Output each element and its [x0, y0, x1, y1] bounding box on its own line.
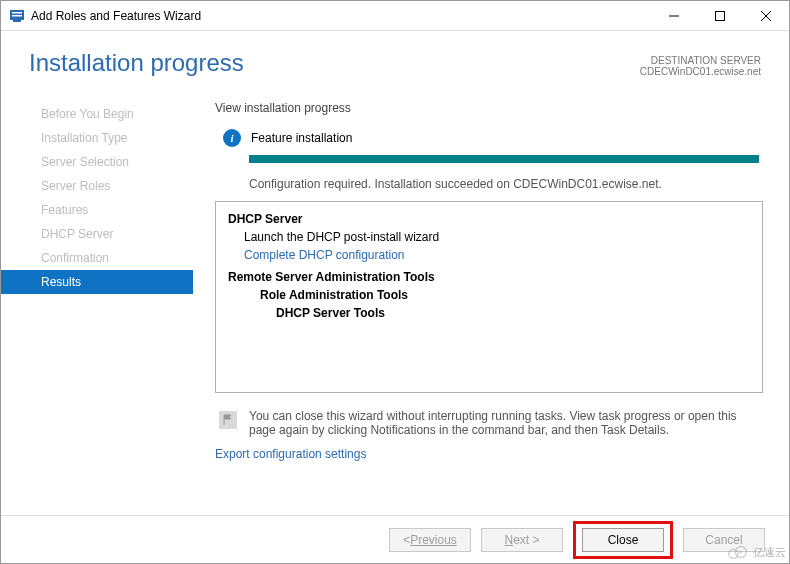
server-manager-icon — [9, 8, 25, 24]
info-icon: i — [223, 129, 241, 147]
view-progress-label: View installation progress — [215, 101, 763, 115]
svg-rect-2 — [12, 15, 22, 17]
next-button: Next > — [481, 528, 563, 552]
dest-server-name: CDECWinDC01.ecwise.net — [640, 66, 761, 77]
header: Installation progress DESTINATION SERVER… — [1, 31, 789, 95]
sidebar-item-confirmation: Confirmation — [1, 246, 193, 270]
page-title: Installation progress — [29, 49, 244, 77]
destination-server: DESTINATION SERVER CDECWinDC01.ecwise.ne… — [640, 55, 761, 77]
complete-dhcp-config-link[interactable]: Complete DHCP configuration — [228, 246, 750, 264]
export-config-link[interactable]: Export configuration settings — [215, 447, 763, 461]
dest-server-label: DESTINATION SERVER — [640, 55, 761, 66]
config-required-message: Configuration required. Installation suc… — [249, 177, 763, 191]
sidebar-item-before-you-begin: Before You Begin — [1, 102, 193, 126]
svg-rect-5 — [716, 11, 725, 20]
maximize-button[interactable] — [697, 1, 743, 31]
main: Before You Begin Installation Type Serve… — [1, 95, 789, 515]
sidebar-item-server-selection: Server Selection — [1, 150, 193, 174]
sidebar-item-installation-type: Installation Type — [1, 126, 193, 150]
close-note: You can close this wizard without interr… — [219, 409, 759, 437]
previous-button: < Previous — [389, 528, 471, 552]
cancel-button: Cancel — [683, 528, 765, 552]
sidebar-item-results[interactable]: Results — [1, 270, 193, 294]
sidebar-item-server-roles: Server Roles — [1, 174, 193, 198]
svg-rect-3 — [13, 20, 21, 22]
minimize-button[interactable] — [651, 1, 697, 31]
result-tools-sub: Role Administration Tools — [228, 286, 750, 304]
sidebar-item-dhcp-server: DHCP Server — [1, 222, 193, 246]
close-button[interactable]: Close — [582, 528, 664, 552]
progress-bar — [249, 155, 759, 163]
flag-icon — [219, 411, 237, 429]
result-tools-sub2: DHCP Server Tools — [228, 304, 750, 322]
svg-rect-1 — [12, 12, 22, 14]
sidebar-item-features: Features — [1, 198, 193, 222]
results-box: DHCP Server Launch the DHCP post-install… — [215, 201, 763, 393]
close-note-text: You can close this wizard without interr… — [249, 409, 759, 437]
window-title: Add Roles and Features Wizard — [31, 9, 201, 23]
result-tools-title: Remote Server Administration Tools — [228, 268, 750, 286]
result-role-title: DHCP Server — [228, 210, 750, 228]
close-window-button[interactable] — [743, 1, 789, 31]
content-pane: View installation progress i Feature ins… — [193, 95, 789, 515]
footer: < Previous Next > Close Cancel — [1, 515, 789, 563]
status-row: i Feature installation — [223, 129, 763, 147]
titlebar: Add Roles and Features Wizard — [1, 1, 789, 31]
close-button-highlight: Close — [573, 521, 673, 559]
status-title: Feature installation — [251, 131, 352, 145]
sidebar: Before You Begin Installation Type Serve… — [1, 95, 193, 515]
result-role-subtext: Launch the DHCP post-install wizard — [228, 228, 750, 246]
